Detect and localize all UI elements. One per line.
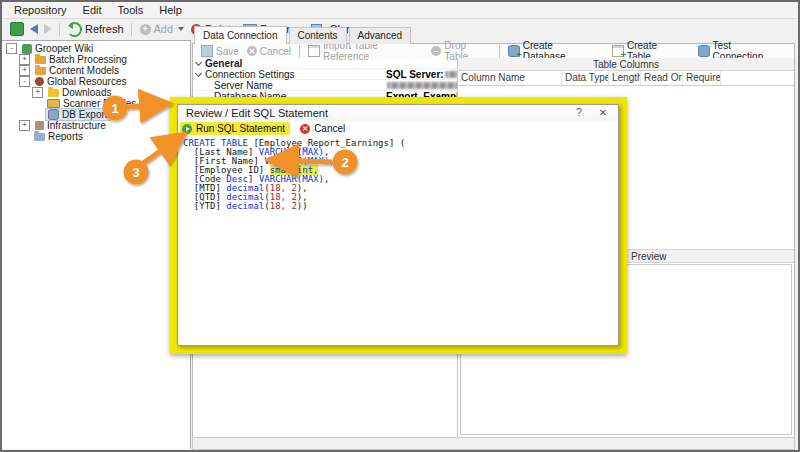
menu-help[interactable]: Help	[151, 3, 190, 17]
tree-item-content: Content Models	[33, 65, 121, 76]
tree-item-content: Batch Processing	[33, 54, 129, 65]
save-button[interactable]: Save	[197, 45, 243, 57]
tree-item-label: Downloads	[62, 87, 111, 98]
refresh-button[interactable]: Refresh	[64, 21, 127, 38]
property-label: Server Name	[204, 80, 273, 91]
tree-item-batch-processing[interactable]: +Batch Processing	[2, 54, 190, 65]
property-value[interactable]: SQL Server: -Expo	[386, 69, 457, 79]
sql-statement-editor[interactable]: CREATE TABLE [Employee_Report_Earnings] …	[178, 136, 618, 211]
dialog-titlebar[interactable]: Review / Edit SQL Statement ? ✕	[178, 105, 618, 121]
cancel-icon: ✕	[247, 46, 257, 56]
property-row-server-name[interactable]: Server Name	[193, 80, 457, 91]
chevron-down-icon[interactable]	[195, 58, 202, 65]
tree-item-downloads[interactable]: +Downloads	[2, 87, 190, 98]
tab-contents[interactable]: Contents	[289, 27, 347, 44]
toolbar-separator	[59, 23, 60, 36]
property-row-general[interactable]: General	[193, 58, 457, 69]
chevron-down-icon[interactable]	[195, 69, 202, 76]
dialog-toolbar: Run SQL Statement ✕ Cancel	[178, 121, 618, 136]
column-header-required[interactable]: Required	[683, 71, 721, 85]
collapse-icon[interactable]: -	[6, 43, 17, 54]
property-row-connection-settings[interactable]: Connection SettingsSQL Server: -Expo	[193, 69, 457, 80]
tree-item-content: Grooper Wiki	[20, 43, 95, 54]
table-columns-title: Table Columns	[593, 59, 659, 70]
menu-bar: Repository Edit Tools Help	[2, 2, 798, 19]
column-header-column-name[interactable]: Column Name	[458, 71, 562, 85]
grooper-home-button[interactable]	[7, 21, 27, 37]
run-sql-statement-button[interactable]: Run SQL Statement	[180, 122, 290, 135]
dialog-cancel-button[interactable]: ✕ Cancel	[300, 123, 345, 134]
property-value[interactable]	[386, 80, 457, 90]
dialog-help-button[interactable]: ?	[572, 107, 586, 118]
add-button[interactable]: + Add	[136, 23, 189, 35]
tree-item-grooper-wiki[interactable]: -Grooper Wiki	[2, 43, 190, 54]
back-button[interactable]	[27, 23, 41, 35]
tree-item-label: DB Export	[62, 109, 108, 120]
sql-token: decimal	[226, 201, 264, 211]
content-models-icon	[35, 67, 46, 75]
add-label: Add	[154, 23, 174, 35]
tab-strip: Data Connection Contents Advanced	[194, 27, 413, 44]
column-header-read-only[interactable]: Read Only	[641, 71, 683, 85]
expand-icon[interactable]: +	[19, 120, 30, 131]
column-header-length[interactable]: Length	[609, 71, 641, 85]
run-sql-statement-label: Run SQL Statement	[196, 123, 285, 134]
downloads-folder-icon	[48, 89, 59, 97]
sql-token: 18, 2	[270, 201, 297, 211]
refresh-label: Refresh	[85, 23, 124, 35]
sql-token: ,	[324, 174, 329, 184]
dialog-title: Review / Edit SQL Statement	[186, 107, 328, 119]
tab-advanced[interactable]: Advanced	[349, 27, 411, 44]
property-value-text: SQL Server:	[386, 69, 444, 79]
tree-item-content-models[interactable]: +Content Models	[2, 65, 190, 76]
property-label: Connection Settings	[205, 69, 295, 80]
grooper-root-icon	[22, 44, 32, 54]
expand-icon[interactable]: +	[32, 87, 43, 98]
cancel-button[interactable]: ✕ Cancel	[243, 46, 295, 57]
global-resources-icon	[35, 77, 44, 86]
import-table-icon	[308, 45, 320, 57]
toolbar-separator	[131, 23, 132, 36]
db-export-icon	[48, 109, 59, 120]
tree-item-label: Global Resources	[47, 76, 126, 87]
chevron-down-icon	[178, 27, 184, 31]
sql-token: [YTD]	[183, 201, 226, 211]
menu-repository[interactable]: Repository	[6, 3, 75, 17]
menu-tools[interactable]: Tools	[110, 3, 152, 17]
tree-item-content: Global Resources	[33, 76, 128, 87]
drop-table-icon: −	[431, 46, 441, 56]
menu-edit[interactable]: Edit	[75, 3, 110, 17]
column-header-data-type[interactable]: Data Type	[562, 71, 609, 85]
expand-icon[interactable]: +	[19, 54, 30, 65]
back-arrow-icon	[30, 24, 38, 34]
tab-data-connection[interactable]: Data Connection	[194, 26, 287, 44]
forward-button[interactable]	[41, 23, 55, 35]
collapse-icon[interactable]: -	[19, 76, 30, 87]
tree-item-reports[interactable]: Reports	[2, 131, 190, 142]
tree-item-label: Batch Processing	[49, 54, 127, 65]
tree-item-content: Infrastructure	[33, 120, 108, 131]
infrastructure-icon	[35, 121, 44, 130]
tree-item-content: Reports	[32, 131, 85, 142]
tree-item-global-resources[interactable]: -Global Resources	[2, 76, 190, 87]
toolbar-separator	[299, 45, 300, 58]
add-icon: +	[140, 24, 151, 35]
batch-processing-icon	[35, 56, 46, 64]
editor-toolbar: Save ✕ Cancel Import Table Reference − D…	[193, 44, 794, 58]
review-edit-sql-dialog: Review / Edit SQL Statement ? ✕ Run SQL …	[177, 104, 619, 346]
tree-item-db-export[interactable]: DB Export	[2, 109, 190, 120]
refresh-icon	[67, 22, 82, 37]
forward-arrow-icon	[44, 24, 52, 34]
dialog-close-button[interactable]: ✕	[596, 107, 610, 118]
property-value[interactable]	[386, 58, 457, 68]
tree-item-infrastructure[interactable]: +Infrastructure	[2, 120, 190, 131]
table-columns-header-row: Column NameData TypeLengthRead OnlyRequi…	[458, 71, 794, 86]
redacted-value	[387, 82, 457, 89]
expand-icon[interactable]: +	[19, 65, 30, 76]
run-play-icon	[182, 124, 192, 134]
toolbar-separator	[499, 45, 500, 58]
save-icon	[201, 45, 213, 57]
scanner-profiles-icon	[47, 99, 60, 108]
dialog-cancel-icon: ✕	[300, 124, 310, 134]
reports-icon	[34, 133, 45, 141]
